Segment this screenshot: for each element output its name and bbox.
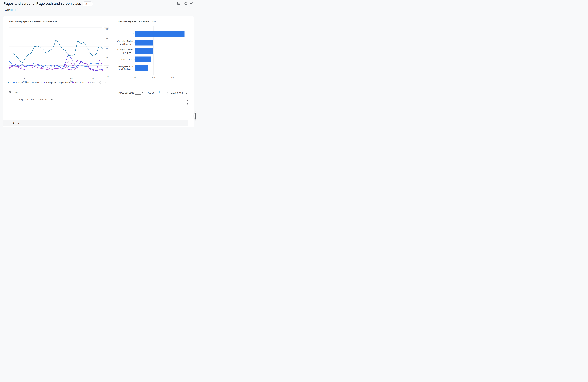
svg-text:10: 10 bbox=[92, 77, 94, 79]
svg-text:2K: 2K bbox=[106, 66, 108, 68]
chart-legend: //Google+Redesign/Stationery/Google+Rede… bbox=[8, 81, 109, 84]
dimension-column-header[interactable]: Page path and screen class bbox=[19, 98, 48, 101]
svg-text:8K: 8K bbox=[106, 38, 108, 40]
pagination-range: 1-10 of 456 bbox=[171, 91, 183, 94]
legend-item: /basket.html bbox=[72, 81, 85, 84]
rows-per-page-label: Rows per page: bbox=[118, 91, 135, 94]
dimension-caret-icon[interactable] bbox=[51, 99, 53, 100]
goto-page-label: Go to: bbox=[148, 91, 154, 94]
legend-label: /basket.html bbox=[75, 81, 85, 84]
row-rank: 1 bbox=[12, 121, 14, 124]
side-panel-toggle-icon bbox=[195, 113, 196, 119]
legend-dot-icon bbox=[88, 82, 89, 83]
legend-label: /Google+Redesign/Apparel bbox=[46, 81, 70, 84]
legend-dot-icon bbox=[13, 82, 15, 83]
svg-text:gn/Stationery: gn/Stationery bbox=[120, 43, 134, 45]
customize-report-icon[interactable] bbox=[177, 1, 181, 5]
legend-label: /Google+Redesign/Stationery bbox=[16, 81, 42, 84]
line-chart-title: Views by Page path and screen class over… bbox=[9, 20, 57, 23]
table-row[interactable] bbox=[3, 120, 189, 126]
chevron-down-icon bbox=[89, 3, 90, 4]
divider bbox=[3, 109, 189, 109]
plus-icon: + bbox=[15, 9, 16, 11]
search-input[interactable] bbox=[13, 90, 61, 95]
add-column-button[interactable]: + bbox=[58, 97, 60, 101]
svg-text:gn/Apparel: gn/Apparel bbox=[123, 51, 133, 54]
search-icon bbox=[9, 91, 12, 94]
views-by-page-bar-chart: 050K100K//Google+Redesign/Stationery/Goo… bbox=[116, 25, 190, 82]
svg-text:0: 0 bbox=[107, 76, 108, 78]
svg-text:20: 20 bbox=[24, 77, 26, 79]
legend-item: /Goo bbox=[88, 81, 95, 84]
legend-dot-icon bbox=[44, 82, 45, 83]
warning-triangle-icon bbox=[85, 2, 88, 5]
svg-text:4K: 4K bbox=[106, 57, 108, 59]
legend-dot-icon bbox=[8, 82, 9, 83]
svg-text:6K: 6K bbox=[106, 47, 108, 49]
page-title: Pages and screens: Page path and screen … bbox=[3, 1, 81, 6]
add-filter-button[interactable]: Add filter + bbox=[3, 7, 18, 12]
svg-text:/Google+Redesi: /Google+Redesi bbox=[117, 48, 133, 51]
legend-item: /Google+Redesign/Apparel bbox=[44, 81, 70, 84]
svg-text:/basket.html: /basket.html bbox=[121, 58, 133, 61]
goto-page-input[interactable] bbox=[156, 91, 163, 94]
row-page-path: / bbox=[19, 121, 19, 124]
insights-icon[interactable] bbox=[189, 1, 193, 5]
views-over-time-line-chart: 02K4K6K8K10K20Aug2703Sep10 bbox=[8, 25, 111, 83]
share-icon[interactable] bbox=[183, 2, 187, 5]
svg-text:/Google+Redesi: /Google+Redesi bbox=[117, 40, 133, 42]
svg-text:50K: 50K bbox=[152, 77, 155, 79]
legend-dot-icon bbox=[72, 82, 74, 83]
svg-text:ign/Lifestyle/…: ign/Lifestyle/… bbox=[119, 68, 134, 70]
clipped-header-text: C bbox=[187, 98, 188, 102]
svg-text:/: / bbox=[133, 33, 133, 36]
legend-item: /Google+Redesign/Stationery bbox=[13, 81, 42, 84]
rows-per-page-select[interactable]: 10 bbox=[135, 91, 141, 95]
svg-text:/Google+Redes: /Google+Redes bbox=[118, 65, 133, 68]
svg-text:27: 27 bbox=[45, 77, 48, 79]
svg-text:10K: 10K bbox=[105, 28, 108, 30]
legend-label: /Goo bbox=[90, 81, 95, 84]
legend-item: / bbox=[8, 81, 11, 84]
svg-text:03: 03 bbox=[70, 77, 73, 79]
clipped-filter-text: A bbox=[187, 103, 189, 106]
side-panel-toggle-button[interactable] bbox=[194, 111, 196, 121]
svg-text:100K: 100K bbox=[170, 77, 174, 79]
rows-per-page-caret-icon[interactable] bbox=[142, 92, 143, 93]
legend-label: / bbox=[10, 81, 11, 84]
column-header-clipped[interactable]: C A bbox=[187, 98, 189, 106]
data-quality-dropdown[interactable] bbox=[82, 1, 93, 6]
bar-chart-title: Views by Page path and screen class bbox=[118, 20, 156, 23]
svg-text:0: 0 bbox=[134, 77, 136, 79]
add-filter-label: Add filter bbox=[5, 9, 13, 11]
